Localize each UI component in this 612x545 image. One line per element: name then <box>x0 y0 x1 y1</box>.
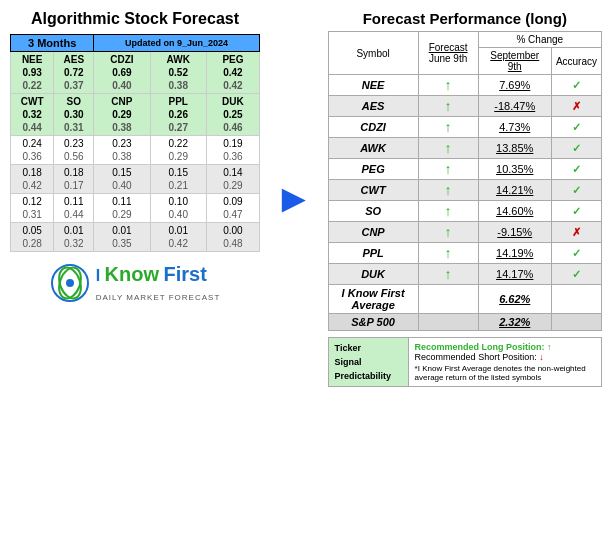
algo-cell: SO0.300.31 <box>54 94 94 136</box>
algo-cell: 0.000.48 <box>206 223 259 252</box>
cell-symbol: DUK <box>209 95 257 108</box>
algo-cell: 0.010.42 <box>150 223 206 252</box>
perf-pct: 14.60% <box>478 201 551 222</box>
cell-symbol: CWT <box>13 95 51 108</box>
cell-signal: 0.29 <box>96 108 147 121</box>
cell-signal: 0.42 <box>209 66 257 79</box>
cell-symbol: SO <box>56 95 91 108</box>
cell-predict: 0.32 <box>56 237 91 250</box>
cell-symbol: PPL <box>153 95 204 108</box>
cell-signal: 0.18 <box>13 166 51 179</box>
pct-value: 14.19% <box>496 247 533 259</box>
perf-symbol: CDZI <box>328 117 418 138</box>
algo-cell: 0.010.32 <box>54 223 94 252</box>
legend-long-label: Recommended Long Position: ↑ <box>415 342 552 352</box>
perf-forecast-arrow: ↑ <box>418 264 478 285</box>
checkmark-icon: ✓ <box>572 184 581 196</box>
left-title: Algorithmic Stock Forecast <box>10 10 260 28</box>
right-arrow-icon: ► <box>274 176 314 221</box>
perf-forecast-arrow: ↑ <box>418 96 478 117</box>
perf-pct: 10.35% <box>478 159 551 180</box>
perf-forecast-arrow: ↑ <box>418 138 478 159</box>
perf-accuracy: ✓ <box>551 138 601 159</box>
cell-signal: 0.32 <box>13 108 51 121</box>
checkmark-icon: ✓ <box>572 142 581 154</box>
legend-signal: Signal <box>335 357 402 367</box>
perf-row: I Know First Average6.62% <box>328 285 601 314</box>
perf-symbol: SO <box>328 201 418 222</box>
legend-short: Recommended Short Position: ↓ <box>415 352 595 362</box>
perf-symbol: DUK <box>328 264 418 285</box>
perf-accuracy: ✓ <box>551 201 601 222</box>
pct-value: 14.21% <box>496 184 533 196</box>
perf-symbol: AES <box>328 96 418 117</box>
algo-cell: 0.010.35 <box>94 223 150 252</box>
perf-forecast-arrow: ↑ <box>418 201 478 222</box>
algo-cell: 0.150.21 <box>150 165 206 194</box>
perf-row: NEE↑7.69%✓ <box>328 75 601 96</box>
logo-sub: DAILY MARKET FORECAST <box>96 293 221 302</box>
cell-predict: 0.35 <box>96 237 147 250</box>
pct-value: 10.35% <box>496 163 533 175</box>
logo-area: I Know First DAILY MARKET FORECAST <box>10 258 260 308</box>
right-panel: Forecast Performance (long) Symbol Forec… <box>328 10 602 387</box>
logo-i: I <box>96 267 105 284</box>
perf-forecast-arrow: ↑ <box>418 75 478 96</box>
cell-predict: 0.29 <box>209 179 257 192</box>
perf-forecast-arrow: ↑ <box>418 222 478 243</box>
perf-row: PPL↑14.19%✓ <box>328 243 601 264</box>
perf-pct: 4.73% <box>478 117 551 138</box>
cell-signal: 0.11 <box>56 195 91 208</box>
legend-ticker: Ticker <box>335 343 402 353</box>
perf-pct: -18.47% <box>478 96 551 117</box>
pct-value: 14.60% <box>496 205 533 217</box>
legend-note: *I Know First Average denotes the non-we… <box>415 364 595 382</box>
cell-signal: 0.11 <box>96 195 147 208</box>
up-arrow-icon: ↑ <box>445 77 452 93</box>
checkmark-icon: ✓ <box>572 205 581 217</box>
logo-icon <box>50 263 90 303</box>
checkmark-icon: ✓ <box>572 79 581 91</box>
cell-predict: 0.40 <box>153 208 204 221</box>
perf-pct: 6.62% <box>478 285 551 314</box>
pct-value: -9.15% <box>497 226 532 238</box>
perf-pct: -9.15% <box>478 222 551 243</box>
perf-symbol: S&P 500 <box>328 314 418 331</box>
cell-predict: 0.42 <box>153 237 204 250</box>
cell-predict: 0.22 <box>13 79 51 92</box>
cell-predict: 0.40 <box>96 179 147 192</box>
up-arrow-icon: ↑ <box>445 266 452 282</box>
perf-accuracy <box>551 285 601 314</box>
th-pct-date: September 9th <box>478 48 551 75</box>
xmark-icon: ✗ <box>572 226 581 238</box>
algo-cell: 0.180.42 <box>11 165 54 194</box>
svg-point-3 <box>66 279 74 287</box>
xmark-icon: ✗ <box>572 100 581 112</box>
cell-symbol: PEG <box>209 53 257 66</box>
th-accuracy: Accuracy <box>551 48 601 75</box>
perf-pct: 7.69% <box>478 75 551 96</box>
up-arrow-icon: ↑ <box>445 224 452 240</box>
cell-signal: 0.00 <box>209 224 257 237</box>
perf-accuracy: ✓ <box>551 75 601 96</box>
perf-accuracy: ✗ <box>551 222 601 243</box>
cell-signal: 0.15 <box>153 166 204 179</box>
perf-row: DUK↑14.17%✓ <box>328 264 601 285</box>
legend-box: Ticker Signal Predictability Recommended… <box>328 337 602 387</box>
cell-signal: 0.10 <box>153 195 204 208</box>
logo-first: First <box>163 263 206 285</box>
cell-predict: 0.37 <box>56 79 91 92</box>
checkmark-icon: ✓ <box>572 247 581 259</box>
cell-predict: 0.42 <box>13 179 51 192</box>
perf-symbol: CWT <box>328 180 418 201</box>
perf-symbol: I Know First Average <box>328 285 418 314</box>
cell-predict: 0.38 <box>96 150 147 163</box>
th-pct-change: % Change <box>478 32 601 48</box>
perf-row: PEG↑10.35%✓ <box>328 159 601 180</box>
algo-cell: 0.240.36 <box>11 136 54 165</box>
checkmark-icon: ✓ <box>572 121 581 133</box>
perf-accuracy: ✓ <box>551 117 601 138</box>
legend-predictability: Predictability <box>335 371 402 381</box>
perf-row: CNP↑-9.15%✗ <box>328 222 601 243</box>
cell-signal: 0.14 <box>209 166 257 179</box>
